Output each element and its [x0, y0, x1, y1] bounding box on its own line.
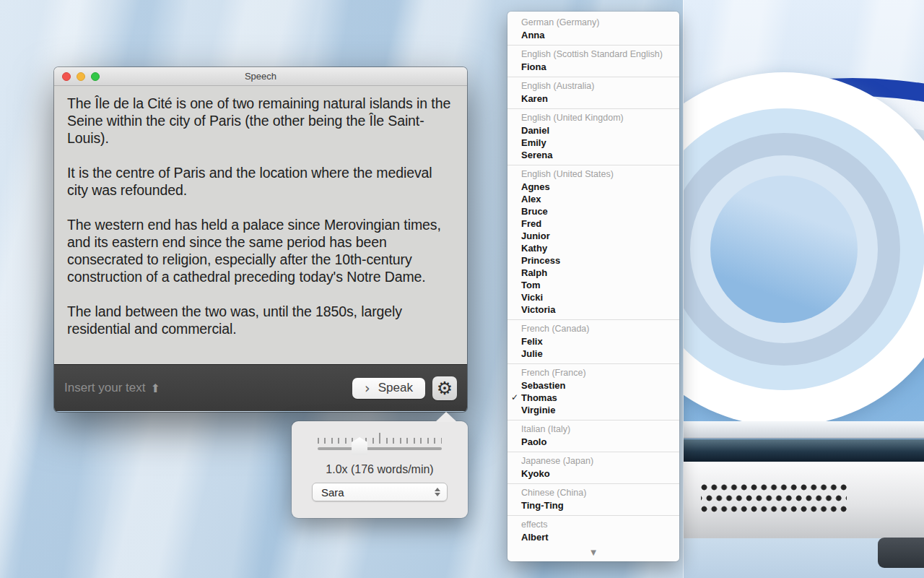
select-chevrons-icon — [435, 488, 440, 496]
voice-item[interactable]: Emily — [507, 137, 679, 149]
voice-item[interactable]: Vicki — [507, 291, 679, 303]
voice-group-label: Italian (Italy) — [507, 423, 679, 436]
voice-name: Agnes — [521, 181, 550, 192]
voice-group: Chinese (China)Ting-Ting — [507, 484, 679, 516]
minimize-button[interactable] — [77, 72, 85, 81]
voice-item[interactable]: Agnes — [507, 181, 679, 193]
voice-item[interactable]: Paolo — [507, 436, 679, 448]
voice-group-label: Chinese (China) — [507, 487, 679, 499]
gear-icon: ⚙ — [437, 379, 453, 397]
device-foot — [878, 538, 924, 568]
device-hinge — [684, 421, 924, 439]
voice-item[interactable]: Anna — [507, 29, 679, 41]
voice-group-label: English (United Kingdom) — [507, 112, 679, 124]
voice-item[interactable]: ✓Thomas — [507, 392, 679, 404]
slider-ticks — [318, 438, 442, 444]
voice-item[interactable]: Princess — [507, 254, 679, 267]
paragraph: The Île de la Cité is one of two remaini… — [67, 95, 453, 147]
slider-center-tick — [379, 433, 380, 439]
voice-group: Italian (Italy)Paolo — [507, 420, 679, 452]
voice-item[interactable]: Albert — [507, 531, 679, 543]
voice-name: Felix — [521, 336, 543, 347]
voice-group: French (Canada)FelixJulie — [507, 320, 679, 364]
voice-item[interactable]: Fred — [507, 217, 679, 230]
voice-item[interactable]: Felix — [507, 335, 679, 348]
voice-item[interactable]: Daniel — [507, 124, 679, 137]
speech-text-area[interactable]: The Île de la Cité is one of two remaini… — [54, 86, 467, 364]
slider-track[interactable] — [318, 447, 442, 450]
voice-item[interactable]: Virginie — [507, 404, 679, 416]
settings-button[interactable]: ⚙ — [432, 376, 457, 400]
speak-button-label: Speak — [378, 381, 413, 395]
voice-item[interactable]: Kathy — [507, 242, 679, 254]
voice-item[interactable]: Fiona — [507, 61, 679, 73]
voice-item[interactable]: Ting-Ting — [507, 499, 679, 512]
voice-select[interactable]: Sara — [312, 483, 448, 501]
voice-group: English (United States)AgnesAlexBruceFre… — [507, 165, 679, 320]
desktop-background: Speech The Île de la Cité is one of two … — [0, 0, 924, 578]
voice-item[interactable]: Junior — [507, 230, 679, 242]
voice-name: Paolo — [521, 436, 546, 447]
voice-item[interactable]: Serena — [507, 149, 679, 161]
checkmark-icon: ✓ — [511, 392, 518, 404]
insert-text-hint: Insert your text ⬆ — [64, 381, 160, 395]
voice-group: effectsAlbert — [507, 516, 679, 547]
voice-item[interactable]: Ralph — [507, 267, 679, 279]
rate-slider[interactable] — [318, 432, 442, 458]
device-dark-strip — [684, 439, 924, 462]
voice-name: Fiona — [521, 61, 546, 72]
voice-item[interactable]: Karen — [507, 92, 679, 105]
voice-name: Julie — [521, 348, 543, 359]
voice-group-label: English (Australia) — [507, 80, 679, 92]
titlebar: Speech — [54, 67, 467, 86]
device-image — [683, 0, 924, 578]
traffic-lights — [62, 67, 100, 85]
voice-name: Serena — [521, 150, 552, 160]
voice-group-label: English (United States) — [507, 168, 679, 181]
voice-group: Japanese (Japan)Kyoko — [507, 452, 679, 484]
voice-group: English (United Kingdom)DanielEmilySeren… — [507, 109, 679, 165]
paragraph: It is the centre of Paris and the locati… — [67, 164, 453, 199]
voice-item[interactable]: Kyoko — [507, 467, 679, 480]
voice-name: Thomas — [521, 392, 557, 403]
voice-name: Ting-Ting — [521, 500, 564, 511]
voice-name: Virginie — [521, 405, 555, 415]
voice-group-label: German (Germany) — [507, 17, 679, 29]
speak-button[interactable]: › Speak — [352, 378, 425, 399]
voice-group: French (France)Sebastien✓ThomasVirginie — [507, 364, 679, 420]
voice-name: Victoria — [521, 304, 555, 315]
voice-name: Sebastien — [521, 380, 565, 391]
paragraph: The land between the two was, until the … — [67, 303, 453, 337]
scroll-down-arrow[interactable]: ▼ — [507, 547, 679, 559]
voice-group-label: French (France) — [507, 367, 679, 379]
paragraph: The western end has held a palace since … — [67, 216, 453, 285]
zoom-button[interactable] — [91, 72, 100, 81]
rate-label: 1.0x (176 words/min) — [292, 463, 468, 476]
voice-item[interactable]: Victoria — [507, 303, 679, 316]
voice-name: Daniel — [521, 125, 549, 136]
voice-item[interactable]: Tom — [507, 279, 679, 291]
speaker-grille — [701, 484, 847, 516]
voice-name: Junior — [521, 230, 550, 241]
voice-group-label: English (Scottish Standard English) — [507, 48, 679, 61]
voice-item[interactable]: Alex — [507, 193, 679, 205]
window-footer: Insert your text ⬆ › Speak ⚙ — [54, 364, 467, 411]
voice-name: Ralph — [521, 267, 547, 278]
voice-item[interactable]: Bruce — [507, 205, 679, 217]
play-chevron-icon: › — [365, 381, 370, 395]
voice-name: Anna — [521, 30, 545, 40]
rate-popover: 1.0x (176 words/min) Sara — [292, 421, 468, 518]
voice-group: English (Australia)Karen — [507, 77, 679, 109]
voice-name: Emily — [521, 137, 546, 148]
voice-group-label: effects — [507, 519, 679, 531]
voice-name: Fred — [521, 218, 541, 229]
voice-item[interactable]: Julie — [507, 348, 679, 360]
voice-name: Tom — [521, 280, 540, 290]
voice-group-label: Japanese (Japan) — [507, 455, 679, 467]
voice-item[interactable]: Sebastien — [507, 379, 679, 392]
voice-name: Alex — [521, 194, 541, 204]
voice-select-value: Sara — [321, 486, 344, 499]
voice-name: Kyoko — [521, 468, 550, 479]
close-button[interactable] — [62, 72, 71, 81]
voice-name: Princess — [521, 255, 560, 266]
